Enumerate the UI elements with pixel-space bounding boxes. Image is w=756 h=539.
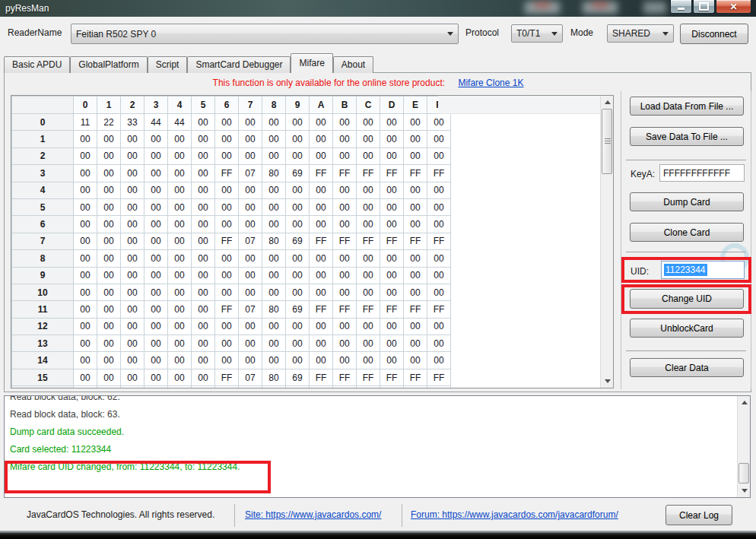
hex-cell[interactable]: 00 [168,284,192,300]
hex-cell[interactable]: 00 [380,147,404,164]
hex-cell[interactable]: 00 [404,182,427,198]
hex-cell[interactable]: 00 [404,386,427,388]
hex-cell[interactable]: 00 [333,318,357,334]
hex-cell[interactable]: 00 [121,233,145,249]
tab-globalplatform[interactable]: GlobalPlatform [70,56,147,73]
hex-cell[interactable]: 00 [380,216,404,233]
hex-cell[interactable]: 80 [262,165,286,182]
hex-cell[interactable]: 00 [145,318,168,334]
hex-cell[interactable]: FF [333,233,357,249]
hex-cell[interactable]: 33 [121,114,145,131]
hex-cell[interactable]: 00 [286,267,310,284]
hex-cell[interactable]: 00 [168,267,192,284]
hex-cell[interactable]: 00 [333,114,357,131]
hex-cell[interactable]: 00 [239,216,262,233]
hex-cell[interactable]: 00 [262,335,286,352]
hex-cell[interactable]: 00 [286,318,310,334]
hex-cell[interactable]: FF [357,369,380,385]
hex-cell[interactable]: 00 [192,369,215,385]
hex-cell[interactable]: FF [215,301,239,318]
hex-cell[interactable]: FF [427,301,451,318]
hex-cell[interactable]: 00 [380,267,404,284]
hex-cell[interactable]: 00 [192,114,215,131]
hex-cell[interactable]: 00 [215,114,239,131]
save-data-button[interactable]: Save Data To File ... [630,127,744,146]
hex-cell[interactable]: 00 [380,318,404,334]
uid-input[interactable]: 11223344 [661,261,745,279]
hex-grid-scrollbar[interactable] [600,96,613,388]
hex-cell[interactable]: 00 [239,318,262,334]
hex-cell[interactable]: FF [310,301,333,318]
hex-cell[interactable]: FF [310,233,333,249]
hex-cell[interactable]: 00 [168,165,192,182]
hex-cell[interactable]: 00 [404,335,427,352]
hex-cell[interactable]: 00 [262,267,286,284]
minimize-button[interactable] [670,0,692,14]
hex-cell[interactable]: 00 [215,318,239,334]
maximize-button[interactable] [693,0,715,14]
change-uid-button[interactable]: Change UID [630,289,744,309]
mode-combobox[interactable]: SHARED [607,24,674,43]
hex-cell[interactable]: 00 [333,267,357,284]
hex-cell[interactable]: 00 [192,182,215,198]
hex-cell[interactable]: 00 [192,216,215,233]
hex-cell[interactable]: 00 [192,165,215,182]
hex-cell[interactable]: 00 [262,250,286,267]
hex-cell[interactable]: FF [380,233,404,249]
hex-cell[interactable]: 00 [262,131,286,147]
hex-cell[interactable]: 00 [404,284,427,300]
hex-cell[interactable]: 00 [427,352,451,369]
hex-cell[interactable]: 00 [215,216,239,233]
hex-cell[interactable]: 00 [97,165,121,182]
hex-cell[interactable]: 00 [310,147,333,164]
hex-cell[interactable]: 00 [333,182,357,198]
hex-cell[interactable]: 00 [357,131,380,147]
hex-cell[interactable]: 00 [168,233,192,249]
hex-cell[interactable]: 00 [286,147,310,164]
unblock-card-button[interactable]: UnblockCard [630,319,744,338]
hex-cell[interactable]: 00 [310,335,333,352]
hex-cell[interactable]: 00 [145,131,168,147]
hex-cell[interactable]: 00 [121,182,145,198]
hex-cell[interactable]: 00 [310,284,333,300]
hex-cell[interactable]: 00 [310,198,333,215]
log-area[interactable]: Read block data, block: 62.Read block da… [4,395,751,498]
hex-cell[interactable]: FF [380,369,404,385]
hex-cell[interactable]: 00 [145,386,168,388]
tab-script[interactable]: Script [148,56,188,73]
hex-cell[interactable]: 00 [215,198,239,215]
hex-cell[interactable]: 00 [310,216,333,233]
hex-cell[interactable]: 00 [262,182,286,198]
hex-cell[interactable]: 00 [427,318,451,334]
hex-cell[interactable]: 00 [310,131,333,147]
disconnect-button[interactable]: Disconnect [680,24,748,44]
hex-cell[interactable]: 00 [262,147,286,164]
hex-cell[interactable]: 00 [333,250,357,267]
hex-cell[interactable]: 07 [239,369,262,385]
hex-cell[interactable]: 00 [145,267,168,284]
hex-cell[interactable]: 80 [262,233,286,249]
scroll-up-icon[interactable] [601,96,614,109]
hex-cell[interactable]: 00 [192,318,215,334]
hex-cell[interactable]: 00 [97,386,121,388]
hex-cell[interactable]: 00 [262,114,286,131]
hex-cell[interactable]: 00 [239,284,262,300]
hex-cell[interactable]: 00 [97,182,121,198]
hex-cell[interactable]: 00 [239,267,262,284]
hex-cell[interactable]: 00 [121,284,145,300]
protocol-combobox[interactable]: T0/T1 [511,24,563,43]
hex-cell[interactable]: 69 [286,165,310,182]
hex-cell[interactable]: 00 [357,386,380,388]
hex-cell[interactable]: FF [404,369,427,385]
hex-cell[interactable]: 00 [239,335,262,352]
hex-cell[interactable]: 00 [404,131,427,147]
hex-cell[interactable]: FF [404,165,427,182]
scroll-up-icon[interactable] [738,396,751,409]
hex-cell[interactable]: 00 [74,284,97,300]
hex-cell[interactable]: 00 [192,198,215,215]
hex-cell[interactable]: 00 [74,182,97,198]
hex-cell[interactable]: 00 [145,250,168,267]
hex-cell[interactable]: 00 [333,147,357,164]
hex-cell[interactable]: 00 [168,182,192,198]
hex-cell[interactable]: 00 [380,250,404,267]
